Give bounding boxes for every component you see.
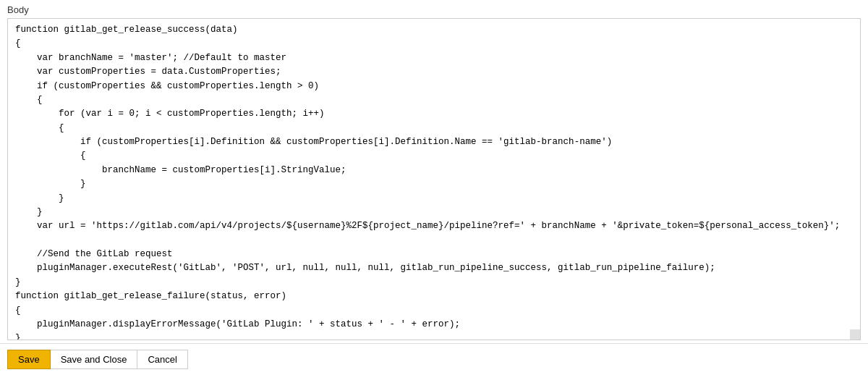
cancel-button[interactable]: Cancel	[137, 350, 187, 369]
code-editor[interactable]	[8, 19, 860, 340]
code-editor-container	[7, 18, 861, 340]
save-and-close-button[interactable]: Save and Close	[51, 350, 138, 369]
footer-bar: Save Save and Close Cancel	[0, 343, 868, 375]
save-button[interactable]: Save	[7, 350, 51, 369]
resize-handle[interactable]	[850, 329, 860, 340]
body-section-label: Body	[0, 0, 868, 18]
